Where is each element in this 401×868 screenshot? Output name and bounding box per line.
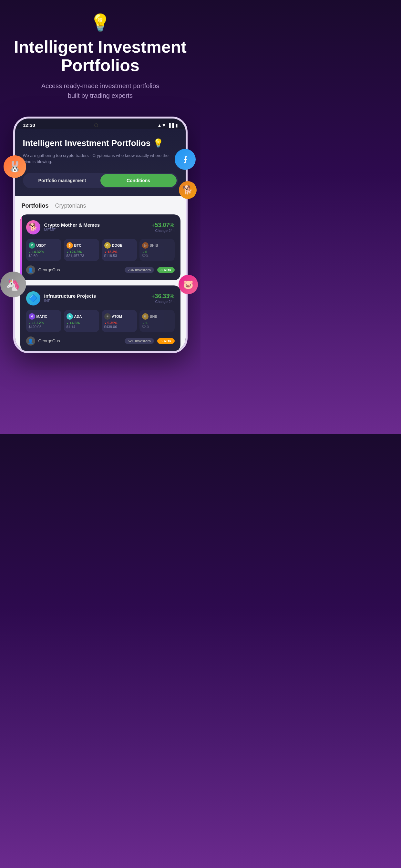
dark-header-card: Intelligent Investment Portfolios 💡 We a… xyxy=(15,129,186,196)
filecoin-icon: ⨍ xyxy=(175,149,196,170)
token-header-btc: ₿ BTC xyxy=(66,242,96,249)
token-change-matic: +1.12% xyxy=(29,321,59,325)
shiba-icon: 🐕 xyxy=(179,181,197,199)
portfolio-name-wrap-infra: Infrastructure Projects INF xyxy=(44,293,96,303)
status-icons: ▲▼ ▐▐ ▮ xyxy=(157,123,178,128)
change-value-infra: +36.33% xyxy=(151,293,175,300)
token-card-doge: Ð DOGE 12.3% $118.53 xyxy=(102,239,137,261)
token-name-atom: ATOM xyxy=(112,314,122,318)
portfolio-change-meme: +53.07% Change 24h xyxy=(151,222,175,232)
portfolio-list: 🐕 Crypto Mother & Memes MEME +53.07% Cha… xyxy=(15,214,186,351)
token-change-btc: +24.3% xyxy=(66,250,96,254)
portfolio-change-infra: +36.33% Change 24h xyxy=(151,293,175,304)
btc-icon: ₿ xyxy=(66,242,73,249)
token-change-bnb: 1. xyxy=(142,321,172,325)
risk-badge-meme: 3 Risk xyxy=(157,267,174,273)
token-change-atom: 5.35% xyxy=(104,321,134,325)
tab-buttons-group: Portfolio management Conditions xyxy=(23,173,178,188)
token-header-doge: Ð DOGE xyxy=(104,242,134,249)
token-price-bnb: $2.0 xyxy=(142,325,172,329)
token-header-matic: M MATIC xyxy=(29,313,59,320)
investors-badge-meme: 734 Investors xyxy=(125,267,154,273)
token-change-shib: 0 xyxy=(142,250,172,254)
portfolio-name-wrap-meme: Crypto Mother & Memes MEME xyxy=(44,222,100,232)
doge-icon: Ð xyxy=(104,242,111,249)
portfolio-tabs: Portfolios Cryptonians xyxy=(15,196,186,214)
token-card-matic: M MATIC +1.12% $420.08 xyxy=(26,310,61,332)
card-title: Intelligent Investment Portfolios 💡 xyxy=(23,138,178,148)
change-label-infra: Change 24h xyxy=(151,300,175,304)
phone-mockup: 🐰 🦄 ⨍ 🐕 🐷 12:30 ▲▼ ▐▐ ▮ Intelligent Inve… xyxy=(7,117,194,353)
token-header-shib: 🐕 SHIB xyxy=(142,242,172,249)
author-avatar-infra: 👤 xyxy=(26,337,35,345)
conditions-tab[interactable]: Conditions xyxy=(100,174,177,187)
token-name-bnb: BNB xyxy=(150,314,158,318)
token-name-ada: ADA xyxy=(74,314,82,318)
portfolio-management-tab[interactable]: Portfolio management xyxy=(24,174,100,187)
token-price-doge: $118.53 xyxy=(104,254,134,258)
bulb-icon: 💡 xyxy=(90,13,111,33)
portfolio-footer-infra: 👤 GeorgeGus 521 Investors 5 Risk xyxy=(26,337,175,345)
token-price-ada: $1.14 xyxy=(66,325,96,329)
rabbit-icon: 🐰 xyxy=(4,155,26,178)
token-name-doge: DOGE xyxy=(112,244,122,247)
portfolio-avatar-infra: 🔷 xyxy=(26,291,40,306)
author-avatar-meme: 👤 xyxy=(26,266,35,275)
token-price-matic: $420.08 xyxy=(29,325,59,329)
token-card-atom: ⚛ ATOM 5.35% $438.06 xyxy=(102,310,137,332)
token-name-matic: MATIC xyxy=(36,314,48,318)
token-header-ada: ₳ ADA xyxy=(66,313,96,320)
portfolio-card-infra: 🔷 Infrastructure Projects INF +36.33% Ch… xyxy=(20,285,181,351)
token-header-usdt: ₮ USDT xyxy=(29,242,59,249)
usdt-icon: ₮ xyxy=(29,242,35,249)
token-name-usdt: USDT xyxy=(36,244,46,247)
hero-subtitle: Access ready-made investment portfolios … xyxy=(39,81,162,100)
token-card-usdt: ₮ USDT +4.32% $9.60 xyxy=(26,239,61,261)
portfolio-ticker-meme: MEME xyxy=(44,228,100,232)
token-grid-infra: M MATIC +1.12% $420.08 xyxy=(26,310,175,332)
token-price-usdt: $9.60 xyxy=(29,254,59,258)
change-label-meme: Change 24h xyxy=(151,228,175,232)
token-change-doge: 12.3% xyxy=(104,250,134,254)
signal-icon: ▐▐ xyxy=(167,123,174,128)
status-time: 12:30 xyxy=(23,122,35,128)
token-name-shib: SHIB xyxy=(150,244,158,247)
battery-icon: ▮ xyxy=(175,123,178,128)
left-accent-bar xyxy=(20,214,22,280)
token-card-btc: ₿ BTC +24.3% $21,457.73 xyxy=(64,239,99,261)
camera-notch xyxy=(94,123,98,127)
wifi-icon: ▲▼ xyxy=(157,123,166,128)
token-card-bnb: B BNB 1. $2.0 xyxy=(140,310,175,332)
tab-portfolios[interactable]: Portfolios xyxy=(22,203,49,211)
status-bar: 12:30 ▲▼ ▐▐ ▮ xyxy=(15,119,186,129)
ada-icon: ₳ xyxy=(66,313,73,320)
unicorn-icon: 🦄 xyxy=(0,272,26,298)
change-value-meme: +53.07% xyxy=(151,222,175,228)
portfolio-info-meme: 🐕 Crypto Mother & Memes MEME xyxy=(26,220,100,235)
portfolio-header-meme: 🐕 Crypto Mother & Memes MEME +53.07% Cha… xyxy=(26,220,175,235)
light-section: Portfolios Cryptonians 🐕 Crypto Mother &… xyxy=(15,196,186,351)
shib-icon: 🐕 xyxy=(142,242,149,249)
token-change-usdt: +4.32% xyxy=(29,250,59,254)
token-card-ada: ₳ ADA +4.6% $1.14 xyxy=(64,310,99,332)
hero-title: Intelligent Investment Portfolios xyxy=(13,38,188,74)
token-name-btc: BTC xyxy=(74,244,82,247)
matic-icon: M xyxy=(29,313,35,320)
atom-icon: ⚛ xyxy=(104,313,111,320)
portfolio-avatar-meme: 🐕 xyxy=(26,220,40,235)
portfolio-header-infra: 🔷 Infrastructure Projects INF +36.33% Ch… xyxy=(26,291,175,306)
token-change-ada: +4.6% xyxy=(66,321,96,325)
bnb-icon: B xyxy=(142,313,149,320)
token-grid-meme: ₮ USDT +4.32% $9.60 ₿ xyxy=(26,239,175,261)
portfolio-ticker-infra: INF xyxy=(44,299,96,303)
token-price-atom: $438.06 xyxy=(104,325,134,329)
token-header-bnb: B BNB xyxy=(142,313,172,320)
tab-cryptonians[interactable]: Cryptonians xyxy=(55,203,86,211)
portfolio-card-meme: 🐕 Crypto Mother & Memes MEME +53.07% Cha… xyxy=(20,214,181,280)
pink-token-icon: 🐷 xyxy=(179,275,198,294)
token-price-btc: $21,457.73 xyxy=(66,254,96,258)
author-name-infra: GeorgeGus xyxy=(38,338,121,343)
card-subtitle: We are gathering top crypto traders - Cr… xyxy=(23,152,178,165)
portfolio-name-meme: Crypto Mother & Memes xyxy=(44,222,100,228)
portfolio-name-infra: Infrastructure Projects xyxy=(44,293,96,299)
